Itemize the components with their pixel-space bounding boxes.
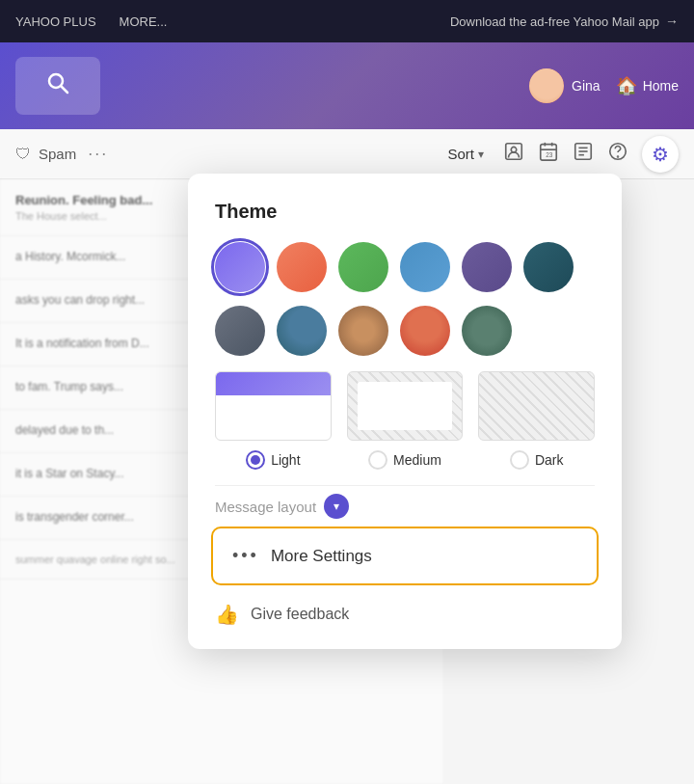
dark-preview bbox=[478, 371, 595, 441]
theme-title: Theme bbox=[215, 201, 595, 223]
theme-color-teal[interactable] bbox=[400, 242, 450, 292]
notes-icon[interactable] bbox=[573, 141, 594, 167]
radio-dark: Dark bbox=[510, 450, 564, 470]
svg-line-1 bbox=[62, 87, 67, 93]
radio-light-circle[interactable] bbox=[246, 450, 265, 470]
search-box[interactable] bbox=[15, 57, 100, 115]
theme-color-orange[interactable] bbox=[277, 242, 327, 292]
theme-color-green[interactable] bbox=[338, 242, 388, 292]
theme-color-purple[interactable] bbox=[215, 242, 265, 292]
more-settings-button[interactable]: ••• More Settings bbox=[211, 527, 599, 585]
sort-button[interactable]: Sort ▾ bbox=[447, 146, 484, 162]
nav-yahoo-plus[interactable]: YAHOO PLUS bbox=[15, 14, 96, 29]
spam-folder: 🛡 Spam bbox=[15, 146, 76, 163]
header-bar: Gina 🏠 Home bbox=[0, 42, 694, 129]
radio-dark-label: Dark bbox=[535, 452, 564, 468]
user-info[interactable]: Gina bbox=[529, 68, 601, 103]
svg-point-0 bbox=[49, 74, 63, 88]
radio-medium-label: Medium bbox=[393, 452, 441, 468]
gear-icon: ⚙ bbox=[652, 143, 669, 166]
svg-text:23: 23 bbox=[546, 151, 553, 158]
home-icon: 🏠 bbox=[616, 75, 637, 96]
toolbar: 🛡 Spam ··· Sort ▾ 23 bbox=[0, 129, 694, 179]
shield-icon: 🛡 bbox=[15, 146, 31, 163]
header-right: Gina 🏠 Home bbox=[529, 68, 679, 103]
theme-color-sunset[interactable] bbox=[400, 306, 450, 356]
theme-color-dark-teal[interactable] bbox=[523, 242, 574, 292]
thumbs-up-icon: 👍 bbox=[215, 603, 239, 626]
radio-light-label: Light bbox=[271, 452, 300, 468]
username-label: Gina bbox=[572, 78, 601, 94]
theme-color-nature[interactable] bbox=[277, 306, 327, 356]
more-settings-label: More Settings bbox=[271, 547, 372, 566]
radio-medium: Medium bbox=[368, 450, 441, 470]
feedback-label: Give feedback bbox=[251, 606, 349, 623]
color-grid-row1 bbox=[215, 242, 595, 292]
layout-dark[interactable]: Dark bbox=[478, 371, 595, 470]
avatar bbox=[529, 68, 564, 103]
search-icon bbox=[46, 71, 69, 100]
layout-medium[interactable]: Medium bbox=[347, 371, 464, 470]
message-layout-row: Message layout ▾ bbox=[215, 485, 595, 527]
more-settings-dots-icon: ••• bbox=[232, 546, 259, 566]
theme-color-dark-purple[interactable] bbox=[462, 242, 512, 292]
svg-point-14 bbox=[618, 156, 619, 157]
message-layout-expand-button[interactable]: ▾ bbox=[324, 494, 349, 519]
spam-label-text: Spam bbox=[39, 146, 76, 162]
sort-chevron-icon: ▾ bbox=[478, 148, 484, 161]
light-preview bbox=[215, 371, 332, 441]
nav-arrow-icon: → bbox=[665, 14, 679, 29]
top-nav: YAHOO PLUS MORE... Download the ad-free … bbox=[0, 0, 694, 42]
help-icon[interactable] bbox=[607, 141, 628, 167]
calendar-icon[interactable]: 23 bbox=[538, 141, 559, 167]
nav-more[interactable]: MORE... bbox=[120, 14, 168, 29]
nav-download-link[interactable]: Download the ad-free Yahoo Mail app → bbox=[450, 14, 679, 29]
theme-color-gray[interactable] bbox=[215, 306, 265, 356]
settings-button[interactable]: ⚙ bbox=[642, 136, 679, 173]
layout-light[interactable]: Light bbox=[215, 371, 332, 470]
theme-panel: Theme Light bbox=[188, 174, 622, 649]
radio-light: Light bbox=[246, 450, 300, 470]
toolbar-icons: 23 ⚙ bbox=[503, 136, 679, 173]
home-label: Home bbox=[643, 78, 679, 94]
message-layout-label: Message layout bbox=[215, 499, 316, 515]
home-link[interactable]: 🏠 Home bbox=[616, 75, 679, 96]
radio-dark-circle[interactable] bbox=[510, 450, 529, 470]
give-feedback-button[interactable]: 👍 Give feedback bbox=[215, 599, 595, 630]
theme-color-mountain[interactable] bbox=[462, 306, 512, 356]
color-grid-row2 bbox=[215, 306, 595, 356]
folder-options-button[interactable]: ··· bbox=[88, 144, 108, 164]
theme-color-desert[interactable] bbox=[338, 306, 388, 356]
chevron-down-icon: ▾ bbox=[334, 500, 339, 513]
medium-preview bbox=[347, 371, 464, 441]
layout-options: Light Medium Dark bbox=[215, 371, 595, 470]
radio-medium-circle[interactable] bbox=[368, 450, 387, 470]
contacts-icon[interactable] bbox=[503, 141, 524, 167]
